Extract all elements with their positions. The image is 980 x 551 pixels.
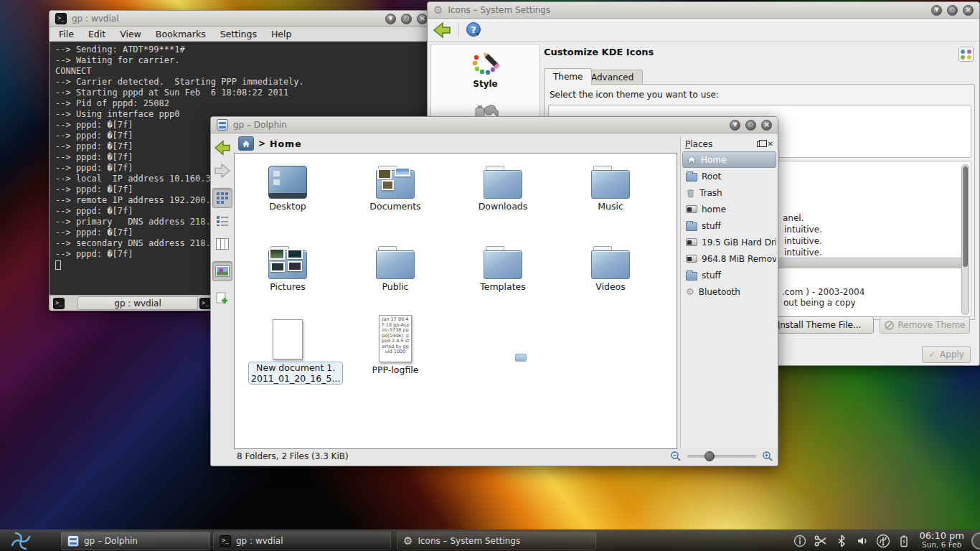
- theme-list-text: intuitive.: [784, 225, 822, 235]
- place-removable[interactable]: 964.8 MiB Remov...: [682, 250, 776, 267]
- file-item-downloads[interactable]: Downloads: [463, 159, 542, 212]
- folder-icon: [591, 166, 630, 199]
- place-root[interactable]: Root: [682, 168, 776, 184]
- preview-button[interactable]: [212, 261, 232, 281]
- file-item-music[interactable]: Music: [571, 159, 650, 212]
- file-item-pictures[interactable]: Pictures: [248, 239, 327, 292]
- place-hard-drive[interactable]: 19.5 GiB Hard Drive: [682, 234, 776, 250]
- folder-icon: [686, 222, 697, 231]
- clock-date: Sun, 6 Feb: [919, 540, 964, 550]
- taskbar: gp – Dolphin >_ gp : wvdial ⚙ Icons – Sy…: [0, 529, 980, 551]
- panel-toolbox-cashew[interactable]: [971, 532, 980, 550]
- place-home-partition[interactable]: home: [682, 201, 776, 217]
- zoom-out-icon[interactable]: [670, 451, 682, 462]
- terminal-tab-icon[interactable]: >_: [53, 298, 65, 309]
- notifications-icon[interactable]: [793, 534, 807, 548]
- preview-icon: [215, 265, 230, 277]
- app-launcher-button[interactable]: [6, 531, 36, 551]
- maximize-button[interactable]: ○: [947, 5, 958, 16]
- selected-file-label: New document 1.2011_01_20_16_5...: [248, 362, 343, 385]
- file-item-new-document[interactable]: New document 1.2011_01_20_16_5...: [248, 316, 327, 385]
- close-button[interactable]: ×: [761, 120, 772, 131]
- minimize-button[interactable]: ▼: [730, 120, 740, 131]
- place-trash[interactable]: Trash: [682, 184, 776, 201]
- device-notifier-usb-icon[interactable]: [876, 534, 890, 548]
- menu-edit[interactable]: Edit: [82, 28, 112, 40]
- dolphin-titlebar[interactable]: gp – Dolphin ▼ ○ ×: [211, 117, 778, 133]
- drive-icon: [686, 255, 697, 263]
- place-bluetooth[interactable]: ⚙ Bluetooth: [682, 283, 776, 300]
- back-icon[interactable]: [433, 22, 451, 39]
- menu-view[interactable]: View: [113, 28, 148, 40]
- clock[interactable]: 06:10 pm Sun, 6 Feb: [919, 531, 964, 550]
- float-panel-icon[interactable]: [757, 141, 763, 147]
- dolphin-side-toolbar: [211, 134, 234, 448]
- bluetooth-icon[interactable]: [834, 534, 849, 548]
- theme-description-text: out being a copy: [783, 298, 856, 308]
- battery-icon[interactable]: [897, 534, 911, 548]
- close-button[interactable]: ×: [417, 14, 428, 24]
- launcher-logo-icon: [10, 532, 32, 550]
- scrollbar-thumb[interactable]: [963, 166, 968, 267]
- theme-description-text: .com ) - 2003-2004: [782, 287, 864, 297]
- maximize-button[interactable]: ○: [745, 120, 756, 131]
- clock-time: 06:10 pm: [919, 531, 964, 540]
- minimize-button[interactable]: ▼: [385, 14, 396, 24]
- scrollbar[interactable]: [961, 164, 969, 315]
- home-icon: [242, 140, 250, 148]
- menu-help[interactable]: Help: [265, 28, 298, 40]
- select-theme-label: Select the icon theme you want to use:: [550, 90, 719, 100]
- breadcrumb-home-button[interactable]: [238, 136, 254, 151]
- details-view-button[interactable]: [212, 211, 232, 231]
- system-settings-titlebar[interactable]: ⚙ Icons – System Settings ▼ ○ ×: [428, 2, 979, 19]
- documents-folder-icon: [376, 166, 415, 199]
- sidebar-item-style[interactable]: Style: [431, 44, 540, 89]
- new-tab-icon[interactable]: >_: [199, 298, 211, 309]
- menu-settings[interactable]: Settings: [214, 28, 263, 40]
- zoom-in-icon[interactable]: [762, 451, 773, 462]
- columns-view-icon: [216, 238, 229, 250]
- back-button[interactable]: [212, 138, 232, 158]
- close-button[interactable]: ×: [963, 5, 974, 16]
- theme-list-text: anel.: [783, 213, 804, 223]
- file-item-ppp-logfile[interactable]: Jan 17 09:4 7:18 gp-Asp ire-5738 pp pd[1…: [356, 314, 435, 375]
- klipper-scissors-icon[interactable]: [814, 534, 828, 548]
- zoom-slider[interactable]: [687, 455, 756, 458]
- task-system-settings[interactable]: ⚙ Icons – System Settings: [397, 532, 596, 550]
- new-split-button[interactable]: [212, 288, 232, 309]
- file-item-desktop[interactable]: Desktop: [248, 159, 327, 212]
- icon-sizes-widget[interactable]: [958, 47, 974, 62]
- home-icon: [687, 155, 697, 164]
- file-item-public[interactable]: Public: [356, 239, 435, 292]
- minimize-button[interactable]: ▼: [931, 5, 942, 16]
- pictures-folder-icon: [268, 246, 307, 279]
- file-item-templates[interactable]: Templates: [463, 239, 542, 292]
- icons-view-button[interactable]: [212, 188, 232, 208]
- page-title: Customize KDE Icons: [544, 47, 654, 57]
- folder-icon: [376, 246, 415, 279]
- breadcrumb-root[interactable]: Home: [270, 138, 302, 149]
- remove-theme-button[interactable]: Remove Theme: [880, 316, 970, 334]
- terminal-icon: >_: [55, 13, 67, 24]
- menu-bookmarks[interactable]: Bookmarks: [149, 28, 212, 40]
- terminal-titlebar[interactable]: >_ gp : wvdial ▼ ○ ×: [50, 11, 433, 27]
- close-panel-icon[interactable]: ✕: [768, 141, 773, 148]
- sidebar-item-label: Style: [473, 79, 497, 89]
- place-stuff[interactable]: stuff: [682, 217, 776, 234]
- maximize-button[interactable]: ○: [401, 14, 412, 24]
- zoom-slider-handle[interactable]: [705, 451, 715, 461]
- task-dolphin[interactable]: gp – Dolphin: [61, 532, 210, 550]
- file-item-videos[interactable]: Videos: [571, 239, 650, 292]
- tab-theme[interactable]: Theme: [544, 68, 592, 85]
- file-item-documents[interactable]: Documents: [356, 159, 435, 212]
- chevron-down-icon[interactable]: ▾: [476, 31, 479, 37]
- apply-button[interactable]: ✓ Apply: [922, 346, 971, 363]
- volume-icon[interactable]: [855, 534, 870, 548]
- task-terminal[interactable]: >_ gp : wvdial: [213, 532, 391, 550]
- menu-file[interactable]: File: [52, 28, 80, 40]
- place-stuff-2[interactable]: stuff: [682, 267, 776, 283]
- terminal-tab[interactable]: gp : wvdial: [77, 296, 198, 310]
- place-home[interactable]: Home: [682, 151, 776, 168]
- forward-button[interactable]: [212, 161, 232, 181]
- columns-view-button[interactable]: [212, 234, 232, 254]
